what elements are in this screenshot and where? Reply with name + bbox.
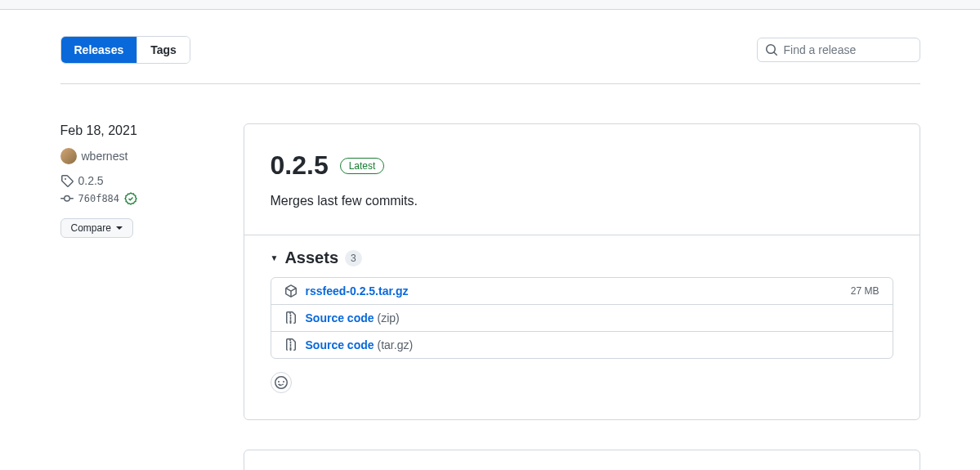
- compare-button[interactable]: Compare: [60, 218, 133, 238]
- asset-suffix: (tar.gz): [378, 338, 414, 351]
- release-tag: 0.2.5: [78, 174, 104, 187]
- next-release-sidebar: [60, 450, 224, 470]
- asset-row[interactable]: Source code (zip): [271, 305, 893, 332]
- release-card: 0.2.5 Latest Merges last few commits. ▼ …: [244, 123, 920, 420]
- avatar[interactable]: [60, 148, 77, 164]
- next-release-row: [60, 450, 920, 470]
- author-name[interactable]: wbernest: [82, 150, 128, 163]
- asset-name[interactable]: rssfeed-0.2.5.tar.gz: [306, 284, 409, 298]
- release-description: Merges last few commits.: [271, 194, 893, 208]
- latest-badge: Latest: [340, 158, 385, 174]
- release-commit-line[interactable]: 760f884: [60, 192, 224, 205]
- divider: [60, 83, 920, 84]
- release-row: Feb 18, 2021 wbernest 0.2.5 760f884: [60, 123, 920, 420]
- asset-name[interactable]: Source code: [306, 311, 374, 325]
- tab-releases[interactable]: Releases: [61, 37, 137, 63]
- release-title[interactable]: 0.2.5: [271, 150, 329, 181]
- subnav: Releases Tags: [60, 10, 920, 64]
- verified-icon: [124, 192, 137, 205]
- assets-toggle[interactable]: ▼ Assets 3: [271, 248, 893, 267]
- assets-count-badge: 3: [345, 250, 362, 266]
- assets-title: Assets: [284, 248, 338, 267]
- asset-row[interactable]: Source code (tar.gz): [271, 332, 893, 358]
- asset-name[interactable]: Source code: [306, 338, 374, 351]
- reaction-button[interactable]: [271, 372, 292, 393]
- commit-icon: [60, 192, 74, 205]
- release-author[interactable]: wbernest: [60, 148, 224, 164]
- release-header: 0.2.5 Latest Merges last few commits.: [244, 124, 920, 208]
- release-tag-line[interactable]: 0.2.5: [60, 174, 224, 187]
- next-release-card: [244, 450, 920, 470]
- release-date: Feb 18, 2021: [60, 123, 224, 138]
- search-input[interactable]: [757, 38, 920, 62]
- search-wrapper: [757, 38, 920, 62]
- release-sidebar: Feb 18, 2021 wbernest 0.2.5 760f884: [60, 123, 224, 420]
- top-app-bar: [0, 0, 980, 10]
- asset-suffix: (zip): [378, 311, 400, 325]
- smiley-icon: [275, 376, 288, 389]
- compare-label: Compare: [71, 222, 111, 234]
- zip-icon: [284, 338, 298, 351]
- assets-section: ▼ Assets 3 rssfeed-0.2.5.tar.gz 27 MB: [244, 235, 920, 419]
- release-title-row: 0.2.5 Latest: [271, 150, 893, 181]
- assets-list: rssfeed-0.2.5.tar.gz 27 MB Source code (…: [271, 277, 893, 359]
- zip-icon: [284, 311, 298, 325]
- search-icon: [765, 43, 778, 56]
- tag-icon: [60, 174, 74, 187]
- caret-down-icon: ▼: [271, 253, 279, 262]
- commit-sha: 760f884: [78, 193, 120, 204]
- subnav-tabs: Releases Tags: [60, 36, 190, 64]
- asset-size: 27 MB: [851, 285, 879, 297]
- caret-down-icon: [116, 225, 123, 231]
- package-icon: [284, 284, 298, 298]
- asset-row[interactable]: rssfeed-0.2.5.tar.gz 27 MB: [271, 278, 893, 305]
- tab-tags[interactable]: Tags: [136, 37, 190, 63]
